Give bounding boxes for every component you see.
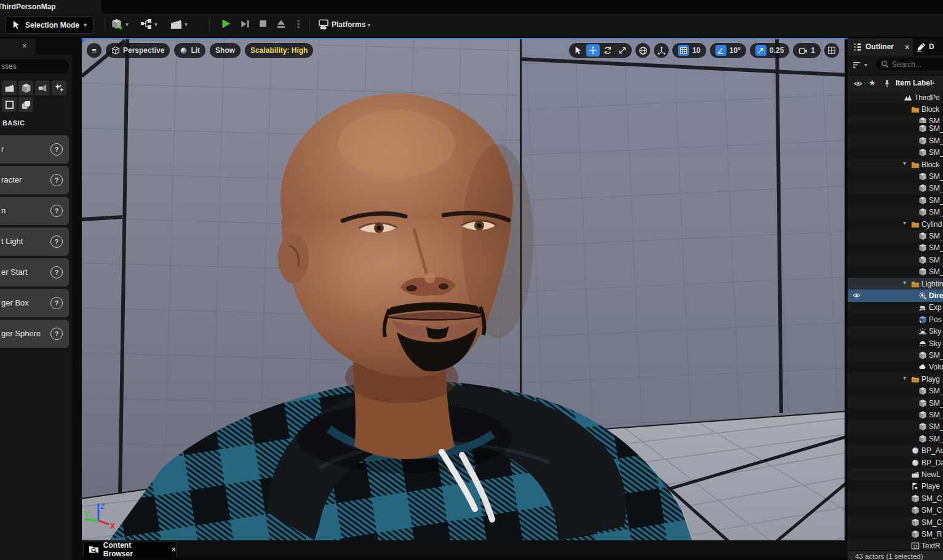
visibility-column-eye-icon[interactable] xyxy=(854,79,862,88)
outliner-row[interactable]: ▾ Block xyxy=(848,159,943,170)
help-icon[interactable]: ? xyxy=(50,143,63,156)
category-shapes-icon[interactable] xyxy=(18,81,33,95)
outliner-row[interactable]: SM_ xyxy=(848,349,943,361)
star-column-icon[interactable]: ★ xyxy=(869,78,876,87)
content-browser-tab[interactable]: Content Browser × xyxy=(83,541,177,557)
quad-view-button[interactable] xyxy=(824,43,839,58)
outliner-row[interactable]: ThirdPe xyxy=(848,92,943,103)
expander-icon[interactable]: ▾ xyxy=(903,374,906,381)
grid-snap-control[interactable]: 10 xyxy=(672,43,706,58)
close-icon[interactable]: × xyxy=(22,41,27,50)
place-actor-item[interactable]: r ? xyxy=(0,135,69,164)
outliner-row[interactable]: SM_C xyxy=(848,505,943,516)
scale-tool-button[interactable] xyxy=(616,44,629,57)
selection-mode-button[interactable]: Selection Mode ▾ xyxy=(5,16,94,34)
outliner-row[interactable]: Playe xyxy=(848,481,943,492)
outliner-row[interactable]: SM_ xyxy=(848,409,943,420)
outliner-row[interactable]: SM_ xyxy=(848,433,943,444)
level-viewport[interactable]: Z Y X ≡ Perspective Lit Show Scalability… xyxy=(82,38,848,540)
outliner-row[interactable]: SM_C xyxy=(848,516,943,528)
rotation-snap-control[interactable]: 10° xyxy=(710,43,746,58)
show-flags-dropdown[interactable]: Show xyxy=(210,43,241,58)
outliner-row[interactable]: SM_ xyxy=(848,183,943,194)
chevron-down-icon[interactable]: ▾ xyxy=(864,61,867,68)
visibility-eye-icon[interactable] xyxy=(853,291,861,299)
category-cinematics-icon[interactable] xyxy=(2,81,17,95)
translate-tool-button[interactable] xyxy=(586,44,600,57)
place-actor-item[interactable]: er Start ? xyxy=(0,258,69,286)
outliner-row[interactable]: SM_ xyxy=(848,397,943,409)
frame-skip-button[interactable] xyxy=(239,18,250,30)
outliner-row[interactable]: Dire xyxy=(848,290,943,301)
stop-button[interactable] xyxy=(258,18,268,29)
expander-icon[interactable]: ▾ xyxy=(903,160,906,167)
perspective-dropdown[interactable]: Perspective xyxy=(106,43,170,58)
view-mode-dropdown[interactable]: Lit xyxy=(174,43,205,58)
play-button[interactable] xyxy=(220,18,232,30)
blueprints-button[interactable]: ▾ xyxy=(140,18,157,30)
outliner-row[interactable]: TextR xyxy=(848,540,943,550)
outliner-row[interactable]: SM_ xyxy=(848,207,943,218)
outliner-row[interactable]: SM_ xyxy=(848,230,943,242)
camera-speed-control[interactable]: 1 xyxy=(793,43,821,58)
category-lights-icon[interactable] xyxy=(35,81,50,95)
tab-thirdpersonmap[interactable]: ThirdPersonMap xyxy=(0,0,101,14)
outliner-row[interactable]: SM_ xyxy=(848,254,943,266)
close-icon[interactable]: × xyxy=(171,545,176,554)
outliner-row[interactable]: SM_ xyxy=(848,170,943,182)
outliner-row[interactable]: Sky xyxy=(848,326,943,337)
surface-snapping-button[interactable] xyxy=(654,43,669,58)
outliner-row[interactable]: Exp xyxy=(848,302,943,314)
help-icon[interactable]: ? xyxy=(50,328,63,340)
help-icon[interactable]: ? xyxy=(50,266,63,278)
details-tab[interactable]: D xyxy=(917,38,934,55)
place-actor-item[interactable]: t Light ? xyxy=(0,227,69,256)
category-all-classes-icon[interactable] xyxy=(18,97,33,112)
outliner-row[interactable]: SM_ xyxy=(848,266,943,278)
outliner-row[interactable]: BP_Da xyxy=(848,457,943,468)
rotate-tool-button[interactable] xyxy=(601,44,615,57)
outliner-row[interactable]: ▾ Playg xyxy=(848,373,943,385)
cinematics-button[interactable]: ▾ xyxy=(170,18,188,31)
outliner-row[interactable]: SM_ xyxy=(848,385,943,397)
place-actor-item[interactable]: ger Sphere ? xyxy=(0,320,69,348)
expander-icon[interactable]: ▾ xyxy=(903,279,906,286)
help-icon[interactable]: ? xyxy=(50,235,63,248)
help-icon[interactable]: ? xyxy=(50,297,63,309)
place-actor-item[interactable]: ger Box ? xyxy=(0,289,69,317)
outliner-row[interactable]: Volu xyxy=(848,361,943,373)
place-actor-item[interactable]: n ? xyxy=(0,197,69,225)
help-icon[interactable]: ? xyxy=(50,174,63,186)
outliner-row[interactable]: Block xyxy=(848,103,943,115)
outliner-row[interactable]: SM_ xyxy=(848,135,943,146)
outliner-row[interactable]: SM_C xyxy=(848,492,943,504)
platforms-button[interactable]: Platforms ▾ xyxy=(317,18,370,31)
filter-funnel-icon[interactable] xyxy=(853,60,862,69)
more-options-kebab-icon[interactable]: ⋮ xyxy=(294,18,303,30)
outliner-tab[interactable]: Outliner × xyxy=(848,38,913,55)
outliner-row[interactable]: BP_Ac xyxy=(848,445,943,457)
place-actors-tab[interactable]: × xyxy=(0,38,36,55)
category-visual-effects-icon[interactable] xyxy=(52,81,66,95)
outliner-row[interactable]: SM_ xyxy=(848,116,943,123)
place-actor-item[interactable]: racter ? xyxy=(0,166,69,194)
expander-icon[interactable]: ▾ xyxy=(903,219,906,226)
pin-column-icon[interactable] xyxy=(883,79,891,88)
outliner-row[interactable]: NewL xyxy=(848,468,943,480)
scale-snap-control[interactable]: 0.25 xyxy=(750,43,789,58)
outliner-row[interactable]: ▾ Lightin xyxy=(848,278,943,290)
add-actor-button[interactable]: ▾ xyxy=(111,18,129,31)
scalability-warning-button[interactable]: Scalability: High xyxy=(245,43,313,58)
left-splitter[interactable] xyxy=(72,38,82,560)
place-actors-search-input[interactable]: sses xyxy=(0,60,69,73)
outliner-row[interactable]: Pos xyxy=(848,314,943,325)
outliner-row[interactable]: SM_ xyxy=(848,242,943,254)
outliner-row[interactable]: SM_R xyxy=(848,528,943,540)
outliner-row[interactable]: SM_ xyxy=(848,147,943,159)
close-icon[interactable]: × xyxy=(905,42,910,52)
select-tool-button[interactable] xyxy=(571,44,585,57)
outliner-row[interactable]: SM_ xyxy=(848,194,943,206)
help-icon[interactable]: ? xyxy=(50,205,63,217)
outliner-row[interactable]: Sky xyxy=(848,337,943,349)
viewport-options-menu-button[interactable]: ≡ xyxy=(87,43,101,58)
